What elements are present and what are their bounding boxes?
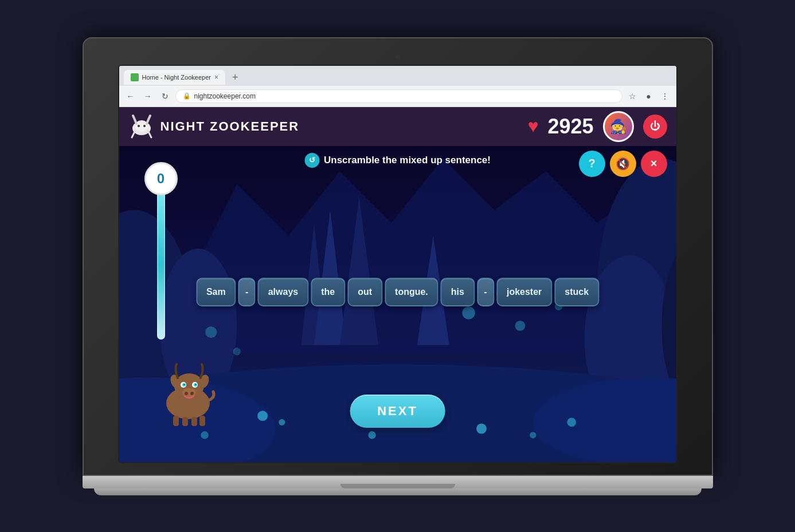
help-icon: ? <box>588 157 595 170</box>
nav-refresh-button[interactable]: ↻ <box>158 89 172 103</box>
word-tile-5[interactable]: out <box>347 278 382 306</box>
svg-rect-46 <box>191 417 197 426</box>
word-tile-9[interactable]: jokester <box>496 278 552 306</box>
avatar-emoji: 🧙 <box>610 119 627 135</box>
avatar[interactable]: 🧙 <box>603 111 634 142</box>
laptop-shell: Home - Night Zookeeper × + ← → ↻ 🔒 night… <box>83 37 713 495</box>
tab-favicon <box>131 73 139 81</box>
extensions-button[interactable]: ⋮ <box>658 89 672 103</box>
svg-rect-45 <box>182 417 188 426</box>
mute-icon: 🔇 <box>616 157 630 171</box>
control-buttons: ? 🔇 × <box>579 151 667 177</box>
laptop-foot <box>94 488 702 495</box>
word-tile-6[interactable]: tongue. <box>385 278 438 306</box>
nav-forward-button[interactable]: → <box>141 89 155 103</box>
lives-heart-icon: ♥ <box>527 116 538 137</box>
bookmark-button[interactable]: ☆ <box>626 89 640 103</box>
camera <box>395 54 400 59</box>
help-button[interactable]: ? <box>579 151 605 177</box>
svg-point-43 <box>190 392 194 395</box>
screen-bezel: Home - Night Zookeeper × + ← → ↻ 🔒 night… <box>83 37 713 476</box>
nav-back-button[interactable]: ← <box>124 89 138 103</box>
word-tile-2[interactable]: - <box>238 278 256 306</box>
address-lock-icon: 🔒 <box>183 92 191 100</box>
header-score: 2925 <box>547 115 593 139</box>
svg-point-39 <box>183 384 185 385</box>
instruction-icon-symbol: ↺ <box>309 156 315 164</box>
game-content: 0 ↺ Unscramble the mixed up sentence! <box>119 146 676 462</box>
game-logo: NIGHT ZOOKEEPER <box>128 113 300 140</box>
browser-tab[interactable]: Home - Night Zookeeper × <box>124 70 225 85</box>
svg-point-42 <box>185 392 188 395</box>
browser-chrome: Home - Night Zookeeper × + ← → ↻ 🔒 night… <box>119 66 676 107</box>
animal-character <box>154 352 222 434</box>
word-tile-4[interactable]: the <box>311 278 345 306</box>
svg-rect-47 <box>199 416 205 426</box>
power-icon: ⏻ <box>650 120 660 132</box>
new-tab-button[interactable]: + <box>228 69 243 86</box>
instruction-bar: ↺ Unscramble the mixed up sentence! <box>304 153 491 168</box>
word-tile-3[interactable]: always <box>258 278 308 306</box>
animal-svg <box>154 352 222 426</box>
browser-toolbar: ← → ↻ 🔒 nightzookeeper.com ☆ ● ⋮ <box>119 86 676 107</box>
game-container: NIGHT ZOOKEEPER ♥ 2925 🧙 ⏻ <box>119 107 676 462</box>
tab-title: Home - Night Zookeeper <box>142 74 211 81</box>
word-tile-8[interactable]: - <box>477 278 494 306</box>
score-value: 0 <box>157 171 165 187</box>
instruction-icon: ↺ <box>304 153 319 168</box>
word-tile-10[interactable]: stuck <box>554 278 599 306</box>
score-bubble: 0 <box>144 162 178 195</box>
score-bar <box>157 191 165 340</box>
svg-point-30 <box>143 125 146 127</box>
svg-rect-44 <box>173 416 179 426</box>
word-tiles-row: Sam-alwaystheouttongue.his-jokesterstuck <box>196 278 599 306</box>
word-tile-7[interactable]: his <box>441 278 475 306</box>
close-icon: × <box>651 157 657 170</box>
mute-button[interactable]: 🔇 <box>610 151 636 177</box>
laptop-base <box>83 476 713 488</box>
power-button[interactable]: ⏻ <box>643 115 667 139</box>
game-logo-text: NIGHT ZOOKEEPER <box>160 119 300 134</box>
word-tile-1[interactable]: Sam <box>196 278 236 306</box>
instruction-text: Unscramble the mixed up sentence! <box>324 155 491 166</box>
browser-tab-bar: Home - Night Zookeeper × + <box>119 66 676 86</box>
next-button[interactable]: NEXT <box>350 395 445 428</box>
score-counter: 0 <box>144 162 178 340</box>
browser-actions: ☆ ● ⋮ <box>626 89 672 103</box>
tab-close-button[interactable]: × <box>214 73 218 81</box>
profile-button[interactable]: ● <box>642 89 656 103</box>
mammoth-logo-icon <box>128 113 155 140</box>
close-button[interactable]: × <box>641 151 667 177</box>
svg-point-40 <box>195 384 196 385</box>
address-bar[interactable]: 🔒 nightzookeeper.com <box>175 89 622 103</box>
svg-point-29 <box>138 125 140 127</box>
screen: Home - Night Zookeeper × + ← → ↻ 🔒 night… <box>118 65 677 463</box>
address-url: nightzookeeper.com <box>194 92 256 100</box>
game-header: NIGHT ZOOKEEPER ♥ 2925 🧙 ⏻ <box>119 107 676 146</box>
